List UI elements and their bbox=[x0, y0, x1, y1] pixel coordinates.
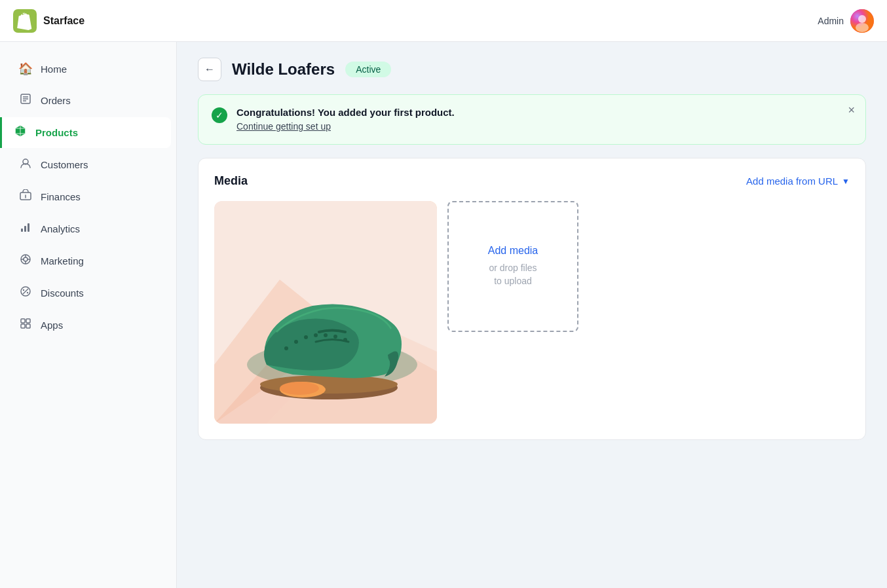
sidebar-item-home-label: Home bbox=[41, 64, 67, 75]
add-media-url-button[interactable]: Add media from URL ▼ bbox=[746, 175, 850, 187]
sidebar-item-home[interactable]: 🏠 Home bbox=[5, 54, 171, 84]
sidebar-item-discounts[interactable]: Discounts bbox=[5, 278, 171, 308]
upload-zone[interactable]: Add media or drop filesto upload bbox=[447, 201, 578, 332]
svg-point-22 bbox=[23, 289, 24, 291]
success-text: Congratulations! You added your first pr… bbox=[236, 107, 455, 132]
chevron-down-icon: ▼ bbox=[842, 177, 850, 186]
avatar-image bbox=[850, 9, 874, 33]
media-card: Media Add media from URL ▼ bbox=[198, 158, 866, 440]
svg-point-42 bbox=[333, 335, 337, 339]
svg-rect-11 bbox=[21, 229, 23, 232]
close-banner-button[interactable]: × bbox=[848, 104, 855, 116]
sidebar-item-orders[interactable]: Orders bbox=[5, 85, 171, 116]
sidebar-item-apps[interactable]: Apps bbox=[5, 310, 171, 340]
svg-point-2 bbox=[858, 15, 866, 23]
continue-setup-link[interactable]: Continue getting set up bbox=[236, 121, 331, 132]
sidebar-item-customers-label: Customers bbox=[41, 159, 88, 170]
svg-point-36 bbox=[280, 382, 319, 395]
svg-rect-24 bbox=[21, 319, 25, 323]
svg-rect-12 bbox=[24, 226, 26, 232]
marketing-icon bbox=[18, 253, 33, 268]
header: Starface Admin bbox=[0, 0, 887, 42]
sidebar: 🏠 Home Orders Products Customers Fina bbox=[0, 42, 177, 588]
apps-icon bbox=[18, 318, 33, 333]
svg-rect-25 bbox=[26, 319, 30, 323]
svg-rect-26 bbox=[21, 324, 25, 328]
sidebar-item-customers[interactable]: Customers bbox=[5, 149, 171, 180]
product-image-svg bbox=[214, 201, 437, 424]
header-right: Admin bbox=[818, 9, 874, 33]
success-banner: ✓ Congratulations! You added your first … bbox=[198, 94, 866, 145]
success-message: Congratulations! You added your first pr… bbox=[236, 107, 455, 118]
product-image[interactable] bbox=[214, 201, 437, 424]
sidebar-item-apps-label: Apps bbox=[41, 320, 63, 331]
sidebar-item-products-label: Products bbox=[35, 127, 78, 138]
sidebar-item-products[interactable]: Products bbox=[0, 117, 171, 148]
card-header: Media Add media from URL ▼ bbox=[214, 174, 850, 188]
svg-point-15 bbox=[24, 257, 28, 261]
svg-rect-27 bbox=[26, 324, 30, 328]
store-name: Starface bbox=[43, 15, 85, 27]
svg-point-23 bbox=[27, 292, 28, 293]
sidebar-item-marketing[interactable]: Marketing bbox=[5, 246, 171, 276]
products-icon bbox=[13, 125, 28, 140]
svg-point-41 bbox=[324, 333, 328, 337]
layout: 🏠 Home Orders Products Customers Fina bbox=[0, 42, 887, 588]
add-media-url-label: Add media from URL bbox=[746, 175, 838, 187]
page-header: ← Wilde Loafers Active bbox=[198, 58, 866, 81]
upload-add-label: Add media bbox=[488, 245, 538, 257]
upload-drop-label: or drop filesto upload bbox=[489, 262, 537, 287]
orders-icon bbox=[18, 93, 33, 108]
status-badge: Active bbox=[345, 62, 391, 77]
avatar[interactable] bbox=[850, 9, 874, 33]
svg-point-38 bbox=[294, 340, 298, 344]
logo-area: Starface bbox=[13, 9, 85, 33]
media-grid: Add media or drop filesto upload bbox=[214, 201, 850, 424]
sidebar-item-marketing-label: Marketing bbox=[41, 255, 84, 266]
svg-point-40 bbox=[314, 333, 318, 337]
finances-icon bbox=[18, 189, 33, 204]
customers-icon bbox=[18, 157, 33, 172]
success-icon: ✓ bbox=[212, 107, 227, 123]
home-icon: 🏠 bbox=[18, 62, 33, 76]
svg-point-39 bbox=[304, 335, 308, 339]
svg-point-3 bbox=[856, 23, 869, 32]
analytics-icon bbox=[18, 221, 33, 236]
back-button[interactable]: ← bbox=[198, 58, 221, 81]
sidebar-item-analytics[interactable]: Analytics bbox=[5, 213, 171, 244]
media-title: Media bbox=[214, 174, 248, 188]
shopify-logo-icon bbox=[13, 9, 37, 33]
sidebar-item-discounts-label: Discounts bbox=[41, 287, 84, 299]
main-content: ← Wilde Loafers Active ✓ Congratulations… bbox=[177, 42, 887, 588]
svg-point-37 bbox=[284, 346, 288, 350]
sidebar-item-analytics-label: Analytics bbox=[41, 223, 80, 234]
svg-rect-13 bbox=[28, 223, 29, 232]
admin-label: Admin bbox=[818, 16, 844, 26]
discounts-icon bbox=[18, 285, 33, 301]
sidebar-item-finances-label: Finances bbox=[41, 191, 81, 202]
sidebar-item-finances[interactable]: Finances bbox=[5, 181, 171, 212]
page-title: Wilde Loafers bbox=[232, 60, 335, 79]
sidebar-item-orders-label: Orders bbox=[41, 95, 71, 106]
